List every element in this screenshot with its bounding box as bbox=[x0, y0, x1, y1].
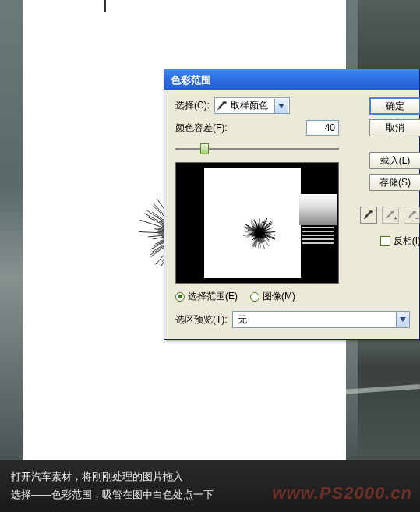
radio-image-label: 图像(M) bbox=[263, 290, 295, 303]
antenna-shape bbox=[104, 0, 106, 12]
preview-dropdown[interactable]: 无 bbox=[232, 311, 410, 328]
select-label: 选择(C): bbox=[175, 99, 210, 112]
preview-label: 选区预览(T): bbox=[175, 313, 228, 327]
caption-bar: 打开汽车素材，将刚刚处理的图片拖入 选择——色彩范围，吸管在图中白色处点一下 w… bbox=[0, 460, 420, 512]
cancel-button[interactable]: 取消 bbox=[369, 119, 420, 136]
chevron-down-icon[interactable] bbox=[396, 312, 409, 327]
fuzziness-input[interactable] bbox=[306, 120, 339, 136]
slider-thumb[interactable] bbox=[200, 143, 209, 154]
dialog-body: 选择(C): 取样颜色 颜色容差(F): bbox=[164, 90, 419, 339]
fuzziness-label: 颜色容差(F): bbox=[175, 122, 228, 135]
radio-selection-label: 选择范围(E) bbox=[188, 290, 238, 303]
dialog-button-column: 确定 取消 载入(L) 存储(S) + − 反相(I) bbox=[366, 97, 420, 248]
dialog-titlebar[interactable]: 色彩范围 bbox=[164, 69, 419, 90]
select-value: 取样颜色 bbox=[228, 99, 274, 112]
dialog-title: 色彩范围 bbox=[171, 74, 211, 86]
save-button[interactable]: 存储(S) bbox=[369, 174, 420, 191]
preview-image[interactable] bbox=[175, 162, 339, 284]
chevron-down-icon[interactable] bbox=[274, 99, 288, 113]
watermark: www.PS2000.cn bbox=[272, 478, 412, 509]
radio-selection[interactable] bbox=[175, 292, 185, 302]
color-range-dialog: 色彩范围 选择(C): 取样颜色 颜色容差(F): bbox=[164, 69, 420, 340]
invert-checkbox[interactable] bbox=[380, 236, 390, 246]
svg-point-221 bbox=[254, 228, 265, 238]
preview-starburst bbox=[240, 214, 279, 252]
preview-car bbox=[299, 194, 337, 256]
invert-label: 反相(I) bbox=[394, 235, 420, 248]
preview-value: 无 bbox=[233, 313, 396, 327]
eyedropper-add-button[interactable]: + bbox=[382, 207, 399, 224]
ok-button[interactable]: 确定 bbox=[369, 97, 420, 115]
fuzziness-slider[interactable] bbox=[175, 142, 339, 156]
eyedropper-subtract-button[interactable]: − bbox=[404, 207, 420, 224]
load-button[interactable]: 载入(L) bbox=[369, 152, 420, 169]
radio-image[interactable] bbox=[250, 292, 259, 302]
select-dropdown[interactable]: 取样颜色 bbox=[214, 97, 290, 114]
eyedropper-button[interactable] bbox=[360, 207, 377, 224]
eyedropper-icon bbox=[217, 101, 228, 111]
